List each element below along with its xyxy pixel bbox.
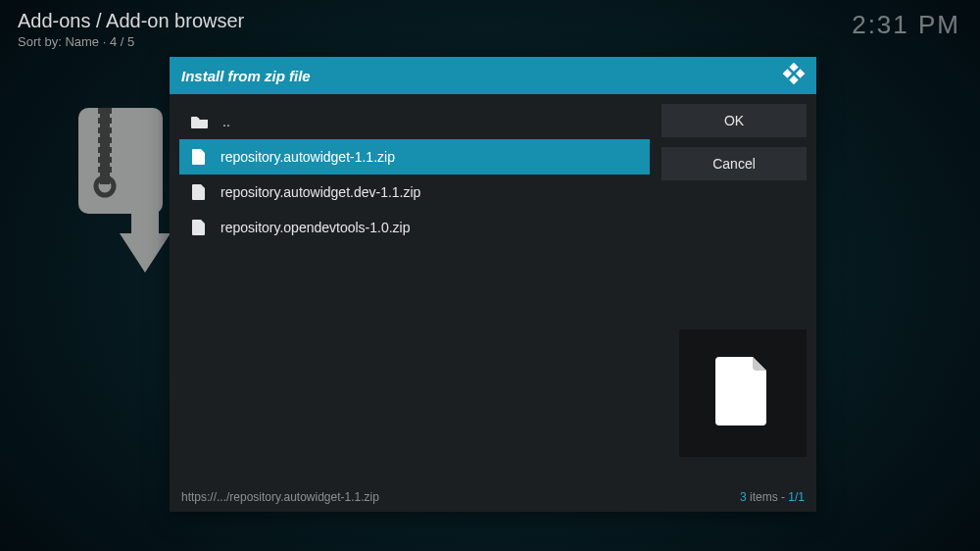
sort-prefix: Sort by: xyxy=(18,34,65,49)
sort-index: 4 / 5 xyxy=(110,34,134,49)
footer-path: https://.../repository.autowidget-1.1.zi… xyxy=(181,490,379,504)
dialog-title: Install from zip file xyxy=(181,68,311,84)
svg-marker-11 xyxy=(120,233,171,273)
document-icon xyxy=(715,357,770,429)
svg-rect-5 xyxy=(98,137,112,143)
svg-rect-2 xyxy=(98,108,112,114)
file-icon xyxy=(191,220,207,235)
file-row[interactable]: repository.autowidget-1.1.zip xyxy=(179,139,650,175)
file-icon xyxy=(191,149,207,165)
install-zip-dialog: Install from zip file .. xyxy=(170,57,816,512)
svg-rect-6 xyxy=(98,147,112,153)
clock: 2:31 PM xyxy=(852,10,960,40)
svg-rect-7 xyxy=(98,157,112,163)
dialog-footer: https://.../repository.autowidget-1.1.zi… xyxy=(170,486,816,512)
file-label: repository.autowidget-1.1.zip xyxy=(220,149,395,165)
ok-button[interactable]: OK xyxy=(662,104,807,137)
file-preview-panel xyxy=(679,329,807,457)
file-row[interactable]: repository.autowidget.dev-1.1.zip xyxy=(179,175,650,210)
svg-rect-4 xyxy=(98,127,112,133)
svg-rect-8 xyxy=(98,167,112,173)
cancel-button[interactable]: Cancel xyxy=(662,147,807,180)
sort-sep: · xyxy=(99,34,110,49)
svg-rect-10 xyxy=(131,176,159,233)
dialog-actions: OK Cancel xyxy=(662,104,807,245)
kodi-logo-icon xyxy=(783,63,805,88)
file-row-parent[interactable]: .. xyxy=(179,104,650,139)
sort-line: Sort by: Name · 4 / 5 xyxy=(18,34,962,49)
svg-rect-13 xyxy=(783,69,792,77)
file-list: .. repository.autowidget-1.1.zip reposit… xyxy=(179,104,650,245)
footer-count-word: items - xyxy=(747,490,789,504)
file-label: .. xyxy=(222,114,230,129)
svg-rect-12 xyxy=(789,63,798,72)
footer-count: 3 items - 1/1 xyxy=(740,490,805,504)
file-icon xyxy=(191,184,207,200)
svg-rect-15 xyxy=(789,75,798,84)
file-label: repository.autowidget.dev-1.1.zip xyxy=(220,184,420,200)
footer-count-number: 3 xyxy=(740,490,747,504)
svg-rect-3 xyxy=(98,118,112,124)
file-row[interactable]: repository.opendevtools-1.0.zip xyxy=(179,210,650,245)
breadcrumb: Add-ons / Add-on browser xyxy=(18,10,962,32)
file-label: repository.opendevtools-1.0.zip xyxy=(220,220,411,235)
sort-value: Name xyxy=(65,34,99,49)
dialog-titlebar: Install from zip file xyxy=(170,57,816,94)
footer-page: 1/1 xyxy=(788,490,805,504)
folder-up-icon xyxy=(191,115,209,128)
svg-rect-14 xyxy=(796,69,805,77)
